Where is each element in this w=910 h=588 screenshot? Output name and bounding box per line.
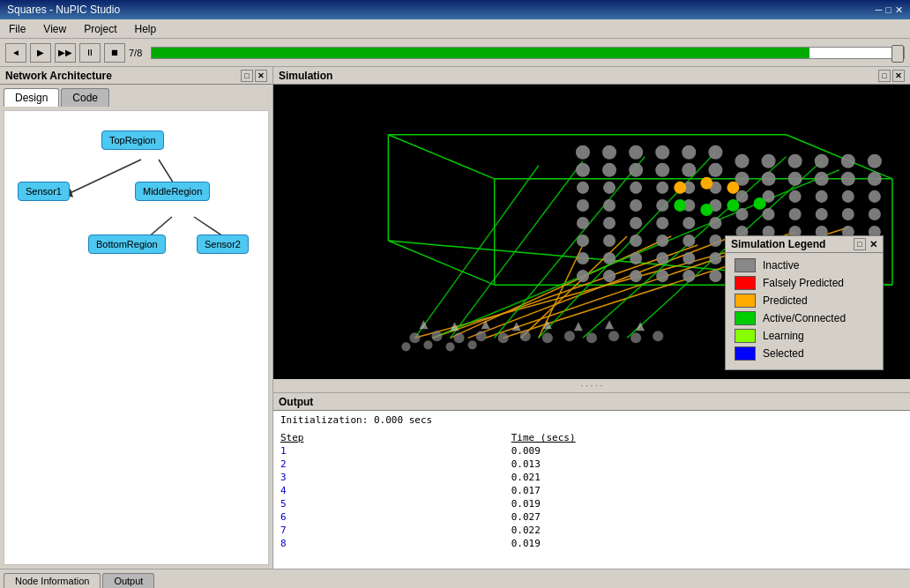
svg-point-69 — [869, 190, 881, 203]
close-button[interactable]: ✕ — [895, 4, 903, 16]
table-row: 3 — [280, 471, 511, 484]
table-row: 1 — [280, 444, 511, 458]
legend-swatch-learning — [735, 329, 756, 343]
toolbar-stop-btn[interactable]: ⏹ — [104, 43, 125, 63]
svg-point-85 — [656, 217, 668, 229]
sim-close-btn[interactable]: ✕ — [892, 70, 905, 82]
node-middleregion-label: MiddleRegion — [143, 186, 202, 197]
progress-bar[interactable] — [151, 47, 905, 59]
svg-point-109 — [656, 252, 668, 264]
design-tab-bar: Design Code — [0, 85, 272, 107]
legend-item-learning: Learning — [735, 329, 874, 343]
table-row: 0.017 — [511, 484, 903, 497]
legend-label-selected: Selected — [763, 347, 804, 360]
legend-title: Simulation Legend — [731, 238, 825, 250]
node-sensor2[interactable]: Sensor2 — [197, 234, 249, 254]
minimize-button[interactable]: ─ — [876, 4, 883, 16]
svg-point-118 — [577, 270, 589, 282]
network-diagram[interactable]: TopRegion Sensor1 MiddleRegion BottomReg… — [4, 110, 269, 565]
table-row: 5 — [280, 497, 511, 510]
svg-point-50 — [841, 154, 855, 168]
table-row: 7 — [280, 524, 511, 537]
toolbar-back-btn[interactable]: ◄ — [5, 43, 26, 63]
simulation-view[interactable]: // Will generate via JS below — [273, 85, 910, 379]
svg-point-59 — [603, 182, 615, 194]
svg-point-66 — [789, 190, 802, 203]
svg-point-61 — [656, 182, 668, 194]
node-bottomregion[interactable]: BottomRegion — [88, 234, 166, 254]
menu-project[interactable]: Project — [75, 21, 125, 37]
svg-point-87 — [709, 217, 721, 229]
svg-point-68 — [842, 190, 854, 203]
svg-point-137 — [542, 332, 553, 343]
menu-help[interactable]: Help — [126, 21, 166, 37]
svg-point-133 — [454, 332, 465, 343]
legend-close-btn[interactable]: ✕ — [869, 239, 877, 250]
node-topregion[interactable]: TopRegion — [101, 130, 164, 150]
svg-point-53 — [762, 172, 776, 186]
svg-point-96 — [630, 234, 642, 247]
output-init-text: Initialization: 0.000 secs — [280, 414, 903, 426]
svg-point-145 — [446, 342, 455, 351]
node-sensor1[interactable]: Sensor1 — [18, 182, 70, 201]
svg-point-138 — [564, 331, 575, 341]
diagram-svg — [4, 111, 268, 564]
svg-point-58 — [577, 182, 589, 194]
node-middleregion[interactable]: MiddleRegion — [135, 182, 210, 201]
simulation-legend: Simulation Legend □ ✕ Inactive Falsely P… — [725, 235, 884, 370]
svg-point-146 — [468, 340, 477, 349]
window-controls: ─ □ ✕ — [876, 4, 903, 16]
output-title: Output — [279, 396, 313, 408]
maximize-button[interactable]: □ — [885, 4, 891, 16]
svg-point-56 — [841, 172, 855, 186]
svg-point-46 — [735, 154, 749, 168]
svg-point-48 — [788, 154, 802, 168]
panel-controls: □ ✕ — [241, 70, 267, 82]
bottom-tab-node-info[interactable]: Node Information — [4, 573, 101, 588]
toolbar-step-btn[interactable]: ▶▶ — [55, 43, 76, 63]
menu-file[interactable]: File — [0, 21, 34, 37]
panel-restore-btn[interactable]: □ — [241, 70, 253, 82]
svg-point-80 — [842, 208, 854, 220]
panel-close-btn[interactable]: ✕ — [255, 70, 267, 82]
toolbar-play-btn[interactable]: ▶ — [30, 43, 51, 63]
svg-point-121 — [656, 270, 668, 282]
svg-point-49 — [815, 154, 829, 168]
svg-point-128 — [674, 182, 686, 194]
svg-point-120 — [630, 270, 642, 282]
legend-restore-btn[interactable]: □ — [854, 238, 866, 250]
tab-design[interactable]: Design — [4, 88, 59, 107]
menu-view[interactable]: View — [34, 21, 75, 37]
progress-container: 7/8 — [129, 47, 905, 59]
toolbar-pause-btn[interactable]: ⏸ — [79, 43, 101, 63]
svg-point-43 — [655, 163, 669, 177]
svg-point-141 — [630, 332, 641, 343]
svg-point-136 — [520, 331, 531, 341]
left-panel: Network Architecture □ ✕ Design Code — [0, 67, 273, 569]
toolbar: ◄ ▶ ▶▶ ⏸ ⏹ 7/8 — [0, 39, 910, 67]
window-title: Squares - NuPIC Studio — [7, 4, 120, 16]
svg-point-86 — [682, 217, 695, 229]
svg-point-82 — [577, 217, 589, 229]
svg-point-55 — [815, 172, 829, 186]
svg-point-36 — [629, 145, 643, 160]
svg-point-38 — [682, 145, 696, 160]
node-topregion-label: TopRegion — [109, 135, 156, 145]
legend-item-inactive: Inactive — [735, 258, 874, 272]
title-bar: Squares - NuPIC Studio ─ □ ✕ — [0, 0, 910, 19]
simulation-header: Simulation □ ✕ — [273, 67, 910, 85]
legend-header: Simulation Legend □ ✕ — [726, 236, 883, 253]
output-body[interactable]: Initialization: 0.000 secs Step Time (se… — [273, 411, 910, 569]
sim-restore-btn[interactable]: □ — [878, 70, 891, 82]
svg-point-79 — [816, 208, 828, 220]
col-time: Time (secs) — [511, 431, 903, 444]
progress-thumb[interactable] — [891, 45, 904, 63]
bottom-tab-output[interactable]: Output — [102, 573, 154, 588]
svg-point-106 — [577, 252, 589, 264]
legend-item-falsely-predicted: Falsely Predicted — [735, 276, 874, 290]
svg-point-54 — [788, 172, 802, 186]
svg-point-99 — [709, 234, 721, 247]
tab-code[interactable]: Code — [61, 88, 109, 107]
svg-point-124 — [674, 199, 686, 212]
node-sensor2-label: Sensor2 — [205, 239, 241, 249]
